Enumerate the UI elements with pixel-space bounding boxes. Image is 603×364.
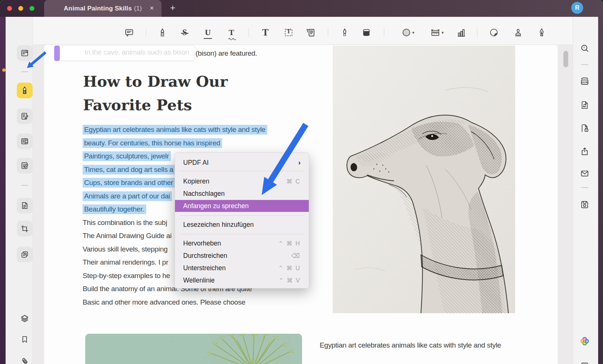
tab-close-icon[interactable]: ✕ — [148, 4, 156, 12]
page-edit-icon — [20, 161, 29, 170]
menu-item-strikethrough[interactable]: Durchstreichen ⌫ — [175, 250, 309, 262]
edit-pdf-button[interactable] — [17, 158, 33, 173]
ocr-page-button[interactable] — [17, 198, 33, 213]
new-tab-button[interactable]: + — [167, 2, 178, 14]
toolbar-divider — [477, 28, 477, 37]
crop-page-button[interactable] — [17, 221, 33, 237]
sidebar-divider — [21, 185, 28, 186]
search-button[interactable] — [579, 43, 590, 53]
strikethrough-button[interactable]: S — [176, 24, 193, 41]
toolbar-divider — [384, 28, 384, 37]
selected-text-line[interactable]: Animals are a part of our dai — [83, 191, 172, 201]
toolbar-divider — [249, 28, 249, 37]
context-menu: UPDF AI › Kopieren ⌘ C Nachschlagen Anfa… — [175, 152, 309, 289]
caption-text: Egyptian art celebrates animals like cat… — [320, 341, 501, 349]
body-text-line: Their animal renderings. I pr — [83, 257, 168, 267]
chevron-down-icon: ▾ — [412, 30, 415, 35]
pencil-button[interactable] — [336, 24, 353, 41]
menu-item-underline[interactable]: Unterstreichen ⌃ ⌘ U — [175, 262, 309, 274]
vertical-scrollbar-thumb[interactable] — [563, 51, 568, 67]
annotation-toolbar: S U T T T ▾ ▾ — [33, 17, 573, 45]
zoom-window-button[interactable] — [30, 6, 34, 11]
menu-item-look-up[interactable]: Nachschlagen — [175, 188, 309, 200]
layers-panel-button[interactable] — [17, 311, 33, 326]
feedback-button[interactable] — [579, 361, 590, 364]
ocr-document-icon — [20, 201, 29, 210]
menu-item-start-speaking[interactable]: Anfangen zu sprechen — [175, 200, 309, 212]
bookmarks-panel-button[interactable] — [17, 331, 33, 347]
eraser-button[interactable] — [358, 24, 375, 41]
text-box-icon: T — [284, 28, 293, 37]
convert-document-icon — [580, 100, 590, 110]
shape-tool-button[interactable]: ▾ — [397, 24, 419, 41]
ocr-button[interactable]: OCR — [579, 76, 590, 86]
menu-item-squiggly[interactable]: Wellenlinie ⌃ ⌘ V — [175, 274, 309, 286]
pencil-icon — [340, 28, 350, 37]
right-toolbar: OCR — [573, 17, 598, 364]
protect-button[interactable] — [579, 123, 590, 133]
layers-icon — [20, 314, 30, 323]
text-button[interactable]: T — [257, 24, 274, 41]
eraser-icon — [362, 28, 371, 37]
body-text-line: Step-by-step examples to he — [83, 271, 170, 281]
squiggly-underline-button[interactable]: T — [223, 24, 240, 41]
selected-text-line[interactable]: Egyptian art celebrates animals like cat… — [83, 125, 267, 135]
chevron-down-icon: ▾ — [442, 30, 444, 35]
minimize-window-button[interactable] — [18, 6, 23, 11]
text-box-handle[interactable] — [54, 46, 60, 61]
highlighter-button[interactable] — [154, 24, 171, 41]
annotate-tool-button[interactable] — [17, 83, 33, 98]
shortcut-label: ⌃ ⌘ U — [278, 265, 301, 272]
attachments-panel-button[interactable] — [17, 353, 33, 364]
shortcut-label: ⌃ ⌘ V — [279, 277, 301, 284]
selected-text-line[interactable]: Cups, store brands and other — [83, 178, 175, 188]
selected-text-line[interactable]: Paintings, sculptures, jewelr — [83, 151, 171, 161]
signature-pen-icon — [537, 28, 547, 37]
account-avatar[interactable]: R — [571, 2, 583, 14]
ellipse-shape-icon — [402, 28, 411, 37]
menu-item-updf-ai[interactable]: UPDF AI › — [175, 157, 309, 169]
selected-text-line[interactable]: Beautifully together. — [83, 204, 146, 214]
toolbar-divider — [328, 28, 328, 37]
stamp-button[interactable] — [510, 24, 527, 41]
comment-tool-button[interactable] — [17, 108, 33, 124]
body-text-line: Various skill levels, stepping — [83, 244, 167, 254]
menu-item-highlight[interactable]: Hervorheben ⌃ ⌘ H — [175, 237, 309, 249]
comment-button[interactable] — [120, 24, 138, 41]
signature-button[interactable] — [533, 24, 550, 41]
measure-tool-button[interactable]: ▾ — [426, 24, 448, 41]
sidebar-divider — [581, 64, 588, 65]
crop-icon — [20, 224, 29, 233]
strikethrough-icon: S — [182, 28, 187, 37]
left-toolbar — [6, 17, 33, 364]
convert-button[interactable] — [579, 100, 590, 110]
menu-item-copy[interactable]: Kopieren ⌘ C — [175, 175, 309, 187]
page-copies-icon — [20, 250, 29, 259]
page-view-button[interactable] — [17, 133, 33, 149]
text-box-button[interactable]: T — [280, 24, 297, 41]
stamp-icon — [513, 28, 523, 37]
underline-button[interactable]: U — [199, 24, 216, 41]
svg-text:OCR: OCR — [582, 81, 588, 84]
document-heading-line1: How to Draw Our — [83, 73, 228, 90]
share-icon — [580, 146, 590, 156]
two-page-view-icon — [20, 137, 29, 146]
sticker-button[interactable] — [485, 24, 502, 41]
mail-button[interactable] — [579, 168, 590, 179]
close-window-button[interactable] — [7, 6, 12, 11]
updf-ai-button[interactable] — [579, 336, 590, 346]
save-button[interactable] — [579, 199, 590, 210]
feedback-comment-icon — [580, 361, 590, 364]
selected-text-line[interactable]: beauty. For centuries, this horse has in… — [83, 138, 222, 148]
typewriter-button[interactable] — [302, 24, 319, 41]
reader-mode-button[interactable] — [17, 45, 33, 61]
share-button[interactable] — [579, 146, 590, 157]
page-copies-button[interactable] — [17, 247, 33, 262]
menu-item-add-bookmark[interactable]: Lesezeichen hinzufügen — [175, 219, 309, 231]
chart-tool-button[interactable] — [452, 24, 470, 41]
document-tab[interactable]: Animal Painting Skills (1) ✕ — [44, 0, 161, 17]
updf-ai-clover-icon — [579, 336, 590, 346]
underline-icon: U — [205, 28, 211, 37]
sidebar-divider — [21, 71, 28, 72]
selected-text-line[interactable]: Times, cat and dog art sells a — [83, 165, 175, 175]
